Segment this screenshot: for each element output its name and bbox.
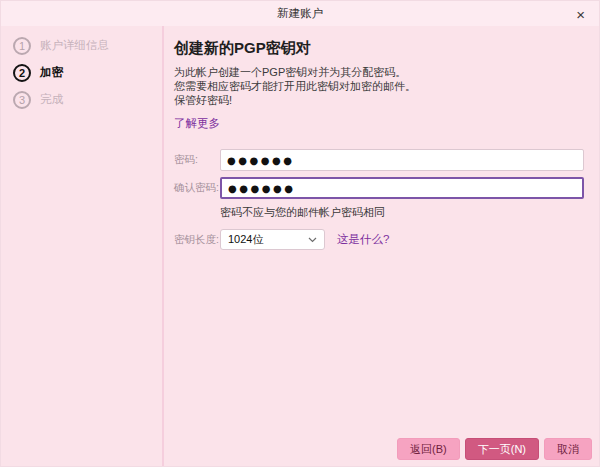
step-2-label: 加密 <box>40 65 63 80</box>
step-2-circle: 2 <box>13 64 31 82</box>
learn-more-link[interactable]: 了解更多 <box>174 116 220 131</box>
step-1-circle: 1 <box>13 37 31 55</box>
new-account-dialog: 新建账户 × 1 账户详细信息 2 加密 3 完成 创建新的PGP密钥对 为此帐… <box>0 0 600 467</box>
password-input[interactable] <box>220 149 584 171</box>
confirm-password-label: 确认密码: <box>174 181 220 195</box>
confirm-password-input[interactable] <box>220 177 584 199</box>
step-account-details[interactable]: 1 账户详细信息 <box>1 32 162 59</box>
back-button[interactable]: 返回(B) <box>397 438 460 460</box>
confirm-password-row: 确认密码: <box>174 177 584 199</box>
next-button[interactable]: 下一页(N) <box>465 438 539 460</box>
pgp-key-form: 密码: 确认密码: 密码不应与您的邮件帐户密码相同 密钥长度: 1024位 <box>174 149 584 250</box>
chevron-down-icon <box>308 237 317 243</box>
cancel-button[interactable]: 取消 <box>544 438 592 460</box>
titlebar: 新建账户 × <box>1 1 599 26</box>
page-title: 创建新的PGP密钥对 <box>174 39 584 58</box>
description-line: 为此帐户创建一个PGP密钥对并为其分配密码。 <box>174 65 584 79</box>
step-finish[interactable]: 3 完成 <box>1 86 162 113</box>
description-text: 为此帐户创建一个PGP密钥对并为其分配密码。 您需要相应密码才能打开用此密钥对加… <box>174 65 584 107</box>
step-1-label: 账户详细信息 <box>40 38 109 53</box>
dialog-title: 新建账户 <box>277 6 323 21</box>
key-length-value: 1024位 <box>228 232 263 247</box>
key-length-row: 密钥长度: 1024位 这是什么? <box>174 229 584 250</box>
step-encryption[interactable]: 2 加密 <box>1 59 162 86</box>
key-length-label: 密钥长度: <box>174 233 220 247</box>
main-content: 创建新的PGP密钥对 为此帐户创建一个PGP密钥对并为其分配密码。 您需要相应密… <box>164 26 599 466</box>
step-3-circle: 3 <box>13 91 31 109</box>
dialog-body: 1 账户详细信息 2 加密 3 完成 创建新的PGP密钥对 为此帐户创建一个PG… <box>1 26 599 466</box>
close-icon[interactable]: × <box>572 4 589 23</box>
footer-buttons: 返回(B) 下一页(N) 取消 <box>397 438 592 460</box>
key-length-select[interactable]: 1024位 <box>220 229 325 250</box>
description-line: 您需要相应密码才能打开用此密钥对加密的邮件。 <box>174 79 584 93</box>
key-length-help-link[interactable]: 这是什么? <box>337 232 389 247</box>
password-row: 密码: <box>174 149 584 171</box>
step-3-label: 完成 <box>40 92 63 107</box>
wizard-steps-sidebar: 1 账户详细信息 2 加密 3 完成 <box>1 26 164 466</box>
password-label: 密码: <box>174 153 220 167</box>
password-helper-text: 密码不应与您的邮件帐户密码相同 <box>220 205 584 220</box>
description-line: 保管好密码! <box>174 93 584 107</box>
